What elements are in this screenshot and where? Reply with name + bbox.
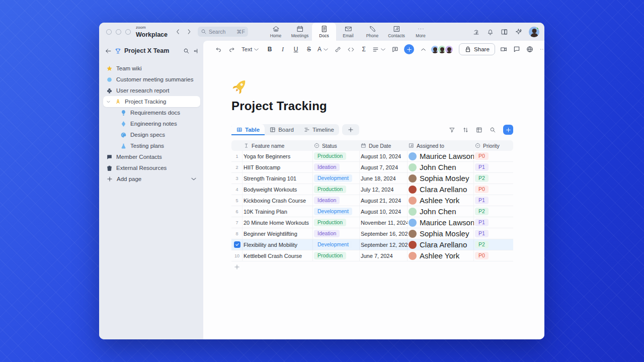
feature-name-cell[interactable]: 10K Training Plan	[243, 206, 313, 217]
formula-button[interactable]: Σ	[358, 43, 370, 55]
topbar-nav-home[interactable]: Home	[264, 23, 288, 41]
column-header-due-date[interactable]: Due Date	[360, 143, 408, 149]
feature-name-cell[interactable]: Yoga for Beginners	[243, 151, 313, 161]
column-header-feature-name[interactable]: Feature name	[243, 143, 313, 149]
table-row[interactable]: 610K Training PlanDevelopmentAugust 10, …	[231, 206, 513, 217]
video-call-icon[interactable]	[500, 46, 507, 53]
status-cell[interactable]: Ideation	[313, 195, 360, 206]
table-row[interactable]: 1Yoga for BeginnersProductionAugust 10, …	[231, 151, 513, 162]
priority-cell[interactable]: P0	[474, 152, 507, 160]
strikethrough-button[interactable]: S	[303, 43, 315, 55]
window-close-button[interactable]	[106, 29, 112, 35]
assigned-to-cell[interactable]: Clara Arellano	[408, 239, 474, 250]
assigned-to-cell[interactable]: Maurice Lawson	[408, 151, 474, 161]
status-cell[interactable]: Development	[313, 173, 360, 184]
window-zoom-button[interactable]	[125, 29, 131, 35]
table-row[interactable]: Flexibility and MobilityDevelopmentSepte…	[231, 239, 513, 250]
share-button[interactable]: Share	[459, 43, 495, 55]
text-style-dropdown[interactable]: Text	[238, 43, 263, 55]
table-row[interactable]: 3Strength Training 101DevelopmentJune 18…	[231, 173, 513, 184]
nav-back-button[interactable]	[173, 26, 184, 37]
chevron-down-icon[interactable]	[190, 175, 197, 183]
doc-chat-icon[interactable]	[513, 46, 520, 53]
due-date-cell[interactable]: June 7, 2024	[360, 250, 408, 261]
expand-icon[interactable]	[476, 127, 482, 133]
due-date-cell[interactable]: August 21, 2024	[360, 195, 408, 206]
column-header-assigned-to[interactable]: Assigned to	[408, 143, 474, 149]
sidebar-item-member-contacts[interactable]: Member Contacts	[103, 151, 200, 162]
bell-icon[interactable]	[487, 28, 494, 36]
table-row[interactable]: 720 Minute Home WorkoutsProductionNovemb…	[231, 217, 513, 228]
table-row[interactable]: 2HIIT BootcampIdeationAugust 7, 2024John…	[231, 162, 513, 173]
window-minimize-button[interactable]	[116, 29, 121, 35]
priority-cell[interactable]: P1	[474, 197, 507, 205]
view-tab-table[interactable]: Table	[231, 124, 265, 135]
status-cell[interactable]: Ideation	[313, 228, 360, 239]
back-arrow-icon[interactable]	[105, 48, 112, 54]
global-search-input[interactable]: Search ⌘F	[198, 27, 248, 37]
feature-name-cell[interactable]: Kettlebell Crash Course	[243, 250, 313, 261]
topbar-nav-contacts[interactable]: Contacts	[384, 23, 409, 41]
view-tab-board[interactable]: Board	[265, 124, 299, 135]
nav-forward-button[interactable]	[184, 26, 195, 37]
table-row[interactable]: 5Kickboxing Crash CourseIdeationAugust 2…	[231, 195, 513, 206]
sidebar-item-team-wiki[interactable]: Team wiki	[103, 63, 200, 74]
row-checkbox-checked[interactable]	[234, 241, 240, 248]
due-date-cell[interactable]: August 10, 2024	[360, 206, 408, 217]
topbar-nav-meetings[interactable]: Meetings	[288, 23, 312, 41]
due-date-cell[interactable]: November 11, 2024	[360, 217, 408, 228]
assigned-to-cell[interactable]: John Chen	[408, 206, 474, 217]
recording-icon[interactable]	[472, 28, 480, 36]
sidebar-search-icon[interactable]	[183, 48, 190, 54]
chevron-down-icon[interactable]	[106, 100, 111, 104]
collapse-toolbar-button[interactable]	[417, 43, 429, 55]
assigned-to-cell[interactable]: Maurice Lawson	[408, 217, 474, 228]
link-button[interactable]	[332, 43, 344, 55]
feature-name-cell[interactable]: Beginner Weightlifting	[243, 228, 313, 239]
due-date-cell[interactable]: July 12, 2024	[360, 184, 408, 195]
priority-cell[interactable]: P1	[474, 230, 507, 238]
sidebar-item-external-resources[interactable]: External Resources	[103, 162, 200, 173]
assigned-to-cell[interactable]: Clara Arellano	[408, 184, 474, 195]
align-dropdown[interactable]	[371, 43, 388, 55]
feature-name-cell[interactable]: Strength Training 101	[243, 173, 313, 184]
topbar-nav-docs[interactable]: Docs	[312, 23, 336, 41]
code-button[interactable]	[345, 43, 357, 55]
status-cell[interactable]: Ideation	[313, 162, 360, 172]
publish-web-icon[interactable]	[526, 46, 533, 53]
table-row[interactable]: 10Kettlebell Crash CourseProductionJune …	[231, 250, 513, 261]
status-cell[interactable]: Production	[313, 217, 360, 228]
feature-name-cell[interactable]: HIIT Bootcamp	[243, 162, 313, 172]
table-search-icon[interactable]	[490, 127, 496, 133]
assigned-to-cell[interactable]: Ashlee York	[408, 250, 474, 261]
due-date-cell[interactable]: September 16, 2024	[360, 228, 408, 239]
table-row[interactable]: 4Bodyweight WorkoutsProductionJuly 12, 2…	[231, 184, 513, 195]
topbar-nav-email[interactable]: Email	[336, 23, 360, 41]
more-options-icon[interactable]	[539, 46, 544, 53]
redo-button[interactable]	[225, 43, 237, 55]
undo-button[interactable]	[212, 43, 224, 55]
feature-name-cell[interactable]: Flexibility and Mobility	[243, 239, 313, 250]
priority-cell[interactable]: P2	[474, 174, 507, 183]
add-row-button[interactable]	[231, 261, 513, 273]
assigned-to-cell[interactable]: Ashlee York	[408, 195, 474, 206]
topbar-nav-more[interactable]: More	[409, 23, 433, 41]
status-cell[interactable]: Development	[313, 206, 360, 217]
insert-block-button[interactable]	[404, 44, 414, 54]
due-date-cell[interactable]: June 18, 2024	[360, 173, 408, 184]
priority-cell[interactable]: P0	[474, 186, 507, 194]
sort-icon[interactable]	[462, 127, 469, 133]
view-tab-timeline[interactable]: Timeline	[299, 124, 339, 135]
assigned-to-cell[interactable]: Sophia Mosley	[408, 173, 474, 184]
presence-avatar[interactable]	[444, 45, 454, 54]
add-page-button[interactable]: Add page	[103, 173, 200, 185]
status-cell[interactable]: Production	[313, 184, 360, 195]
add-view-button[interactable]	[342, 124, 359, 135]
italic-button[interactable]: I	[277, 43, 289, 55]
filter-icon[interactable]	[449, 127, 455, 133]
feature-name-cell[interactable]: 20 Minute Home Workouts	[243, 217, 313, 228]
table-row[interactable]: 8Beginner WeightliftingIdeationSeptember…	[231, 228, 513, 239]
user-avatar[interactable]	[529, 27, 539, 37]
priority-cell[interactable]: P0	[474, 252, 507, 260]
sidebar-item-user-research-report[interactable]: User research report	[103, 85, 200, 96]
